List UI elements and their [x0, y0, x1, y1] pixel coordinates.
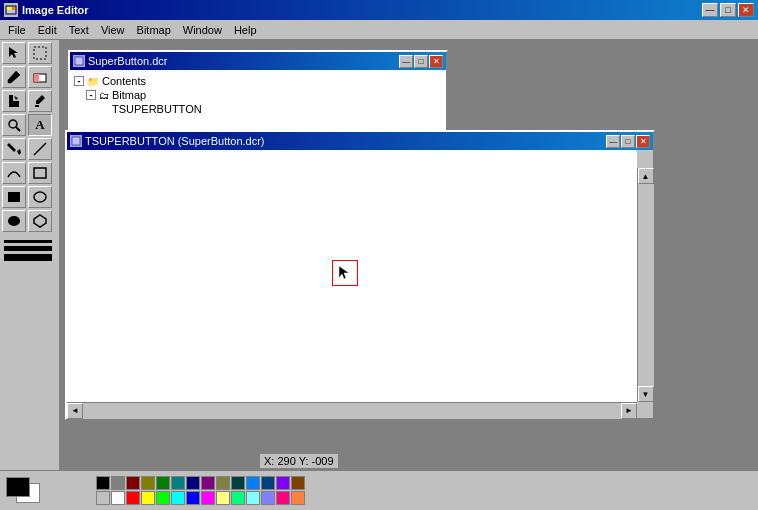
menu-bitmap[interactable]: Bitmap: [131, 22, 177, 38]
color-swatch-row2-9[interactable]: [231, 491, 245, 505]
color-swatch-row2-1[interactable]: [111, 491, 125, 505]
tool-row-7: [2, 186, 57, 208]
menu-file[interactable]: File: [2, 22, 32, 38]
minimize-button[interactable]: —: [702, 3, 718, 17]
color-swatch-row1-10[interactable]: [246, 476, 260, 490]
canvas-close-btn[interactable]: ✕: [636, 135, 650, 148]
menu-view[interactable]: View: [95, 22, 131, 38]
line-tool[interactable]: [28, 138, 52, 160]
menu-bar: File Edit Text View Bitmap Window Help: [0, 20, 758, 40]
color-swatch-row2-4[interactable]: [156, 491, 170, 505]
color-palette-grid: [96, 476, 305, 505]
pipette-tool[interactable]: [28, 90, 52, 112]
color-swatch-row2-2[interactable]: [126, 491, 140, 505]
svg-rect-11: [8, 192, 20, 202]
scroll-left-btn[interactable]: ◄: [67, 403, 83, 419]
toolbar: A: [0, 40, 60, 510]
fg-color-swatch[interactable]: [6, 477, 30, 497]
canvas-window: TSUPERBUTTON (SuperButton.dcr) — □ ✕: [65, 130, 655, 420]
close-button[interactable]: ✕: [738, 3, 754, 17]
svg-rect-15: [75, 57, 83, 65]
color-swatch-row2-13[interactable]: [291, 491, 305, 505]
app-icon: [4, 3, 18, 17]
line-size-thick[interactable]: [4, 254, 52, 261]
svg-rect-6: [35, 105, 39, 107]
color-swatch-row1-0[interactable]: [96, 476, 110, 490]
filled-rect-tool[interactable]: [2, 186, 26, 208]
color-swatch-row1-12[interactable]: [276, 476, 290, 490]
maximize-button[interactable]: □: [720, 3, 736, 17]
rect-tool[interactable]: [28, 162, 52, 184]
color-palette: [0, 470, 758, 510]
svg-point-13: [8, 216, 20, 226]
color-swatch-row2-8[interactable]: [216, 491, 230, 505]
svg-rect-2: [12, 7, 15, 10]
tree-minimize-btn[interactable]: —: [399, 55, 413, 68]
canvas-minimize-btn[interactable]: —: [606, 135, 620, 148]
tool-row-1: [2, 42, 57, 64]
color-swatch-row1-4[interactable]: [156, 476, 170, 490]
svg-rect-3: [34, 47, 46, 59]
tree-label-tsuperbutton: TSUPERBUTTON: [112, 103, 202, 115]
color-swatch-row1-7[interactable]: [201, 476, 215, 490]
color-swatch-row1-2[interactable]: [126, 476, 140, 490]
tree-expand-bitmap[interactable]: -: [86, 90, 96, 100]
tree-item-bitmap[interactable]: - 🗂 Bitmap: [86, 88, 442, 102]
color-swatch-row1-1[interactable]: [111, 476, 125, 490]
color-swatch-row1-8[interactable]: [216, 476, 230, 490]
fill-tool[interactable]: [2, 90, 26, 112]
menu-edit[interactable]: Edit: [32, 22, 63, 38]
menu-text[interactable]: Text: [63, 22, 95, 38]
tree-window-titlebar: SuperButton.dcr — □ ✕: [70, 52, 446, 70]
tree-expand-contents[interactable]: -: [74, 76, 84, 86]
scroll-track-vertical[interactable]: [638, 184, 654, 386]
polygon-tool[interactable]: [28, 210, 52, 232]
tree-close-btn[interactable]: ✕: [429, 55, 443, 68]
tree-maximize-btn[interactable]: □: [414, 55, 428, 68]
tree-window-buttons: — □ ✕: [399, 55, 443, 68]
magnify-tool[interactable]: [2, 114, 26, 136]
line-size-thin[interactable]: [4, 240, 52, 243]
ellipse-tool[interactable]: [28, 186, 52, 208]
svg-rect-10: [34, 168, 46, 178]
color-swatch-row2-0[interactable]: [96, 491, 110, 505]
color-swatch-row2-12[interactable]: [276, 491, 290, 505]
menu-window[interactable]: Window: [177, 22, 228, 38]
scroll-up-btn[interactable]: ▲: [638, 168, 654, 184]
color-swatch-row1-5[interactable]: [171, 476, 185, 490]
color-swatch-row2-7[interactable]: [201, 491, 215, 505]
coordinates-status: X: 290 Y: -009: [260, 454, 338, 468]
canvas-maximize-btn[interactable]: □: [621, 135, 635, 148]
canvas-area[interactable]: [67, 150, 637, 402]
eraser-tool[interactable]: [28, 66, 52, 88]
color-swatch-row1-3[interactable]: [141, 476, 155, 490]
scroll-track-horizontal[interactable]: [83, 403, 621, 419]
tree-item-tsuperbutton[interactable]: TSUPERBUTTON: [98, 102, 442, 116]
color-swatch-row2-11[interactable]: [261, 491, 275, 505]
pencil-tool[interactable]: [2, 66, 26, 88]
tool-row-4: A: [2, 114, 57, 136]
arrow-tool[interactable]: [2, 42, 26, 64]
color-swatch-row2-10[interactable]: [246, 491, 260, 505]
color-swatch-row2-6[interactable]: [186, 491, 200, 505]
curve-tool[interactable]: [2, 162, 26, 184]
svg-line-8: [16, 127, 20, 131]
scroll-right-btn[interactable]: ►: [621, 403, 637, 419]
color-swatch-row2-3[interactable]: [141, 491, 155, 505]
canvas-window-titlebar: TSUPERBUTTON (SuperButton.dcr) — □ ✕: [67, 132, 653, 150]
scroll-down-btn[interactable]: ▼: [638, 386, 654, 402]
paint-tool[interactable]: [2, 138, 26, 160]
tree-item-contents[interactable]: - 📁 Contents: [74, 74, 442, 88]
menu-help[interactable]: Help: [228, 22, 263, 38]
color-swatch-row1-9[interactable]: [231, 476, 245, 490]
dotted-select-tool[interactable]: [28, 42, 52, 64]
color-swatch-row1-11[interactable]: [261, 476, 275, 490]
filled-ellipse-tool[interactable]: [2, 210, 26, 232]
color-swatch-row1-6[interactable]: [186, 476, 200, 490]
app-title-bar: Image Editor — □ ✕: [0, 0, 758, 20]
canvas-icon-box: [332, 260, 358, 286]
color-swatch-row1-13[interactable]: [291, 476, 305, 490]
color-swatch-row2-5[interactable]: [171, 491, 185, 505]
text-tool[interactable]: A: [28, 114, 52, 136]
line-size-medium[interactable]: [4, 246, 52, 251]
